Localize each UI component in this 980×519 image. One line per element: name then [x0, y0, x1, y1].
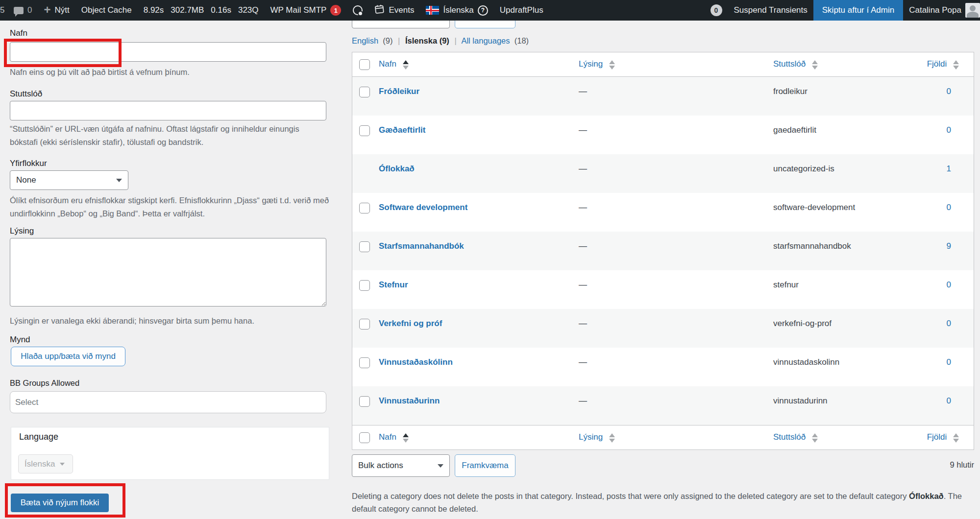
category-count-link[interactable]: 0 [947, 280, 951, 289]
parent-help: Ólíkt efnisorðum eru efnisflokkar stigsk… [10, 194, 329, 220]
apply-button-bottom[interactable]: Framkvæma [455, 454, 515, 477]
category-name-link[interactable]: Vinnustaðaskólinn [379, 357, 453, 367]
language-switcher-item[interactable]: Íslenska ? [420, 0, 493, 21]
category-count-link[interactable]: 0 [947, 125, 951, 135]
wp-mail-smtp-label: WP Mail SMTP [270, 5, 327, 15]
name-help: Nafn eins og þú vilt að það birtist á ve… [10, 66, 326, 79]
category-description: — [579, 396, 773, 406]
category-name-link[interactable]: Óflokkað [379, 164, 415, 173]
row-checkbox[interactable] [359, 203, 370, 213]
category-slug: vinnustadurinn [773, 396, 920, 406]
bb-groups-select-input[interactable] [10, 391, 326, 413]
switch-back-to-admin-item[interactable]: Skiptu aftur í Admin [813, 0, 903, 21]
category-name-link[interactable]: Starfsmannahandbók [379, 241, 464, 251]
category-description: — [579, 319, 773, 329]
bulk-actions-label: Bulk actions [358, 461, 403, 471]
add-new-category-button[interactable]: Bæta við nýjum flokki [11, 494, 109, 512]
category-name-link[interactable]: Vinnustaðurinn [379, 396, 440, 405]
category-description: — [579, 203, 773, 212]
sort-by-slug-link[interactable]: Stuttslóð [773, 432, 806, 442]
category-name-link[interactable]: Stefnur [379, 280, 408, 289]
transients-item[interactable]: 0 [705, 0, 728, 21]
sort-by-count-link[interactable]: Fjöldi [927, 432, 947, 442]
category-count-link[interactable]: 0 [947, 203, 951, 212]
category-name-link[interactable]: Gæðaeftirlit [379, 125, 425, 135]
select-all-checkbox[interactable] [359, 59, 370, 70]
language-selected-value: Íslenska [24, 459, 55, 469]
row-checkbox[interactable] [359, 280, 370, 291]
table-footer-row: Nafn Lýsing Stuttslóð Fjöldi [352, 425, 974, 449]
select-all-checkbox[interactable] [359, 432, 370, 443]
table-row: Starfsmannahandbók — starfsmannahandbok … [352, 232, 974, 270]
row-checkbox[interactable] [359, 87, 370, 97]
table-row: Verkefni og próf — verkefni-og-prof 0 [352, 309, 974, 348]
category-count-link[interactable]: 0 [947, 87, 951, 96]
name-input[interactable] [10, 42, 326, 62]
new-label: Nýtt [54, 5, 69, 15]
sort-by-description-link[interactable]: Lýsing [579, 59, 603, 69]
plus-icon: + [44, 4, 50, 16]
row-checkbox[interactable] [359, 125, 370, 136]
suspend-transients-item[interactable]: Suspend Transients [728, 0, 813, 21]
chevron-down-icon [438, 464, 443, 468]
category-slug: stefnur [773, 280, 920, 290]
sort-asc-icon [609, 60, 615, 64]
category-count-link[interactable]: 1 [947, 164, 951, 173]
sort-by-name-link[interactable]: Nafn [379, 59, 396, 69]
category-name-link[interactable]: Software development [379, 203, 467, 212]
row-checkbox[interactable] [359, 319, 370, 330]
description-textarea[interactable] [10, 238, 326, 307]
parent-selected-value: None [16, 175, 36, 185]
iceland-flag-icon [426, 6, 439, 15]
note-text: Deleting a category does not delete the … [352, 492, 909, 500]
updraftplus-item[interactable]: UpdraftPlus [494, 0, 549, 21]
notification-badge: 1 [330, 5, 341, 16]
image-label: Mynd [10, 335, 30, 345]
sort-by-count-link[interactable]: Fjöldi [927, 59, 947, 69]
category-description: — [579, 241, 773, 251]
filter-all-languages-link[interactable]: All languages [461, 36, 510, 45]
category-description: — [579, 280, 773, 290]
comments-item[interactable]: 0 [8, 0, 38, 21]
description-help: Lýsingin er vanalega ekki áberandi; hins… [10, 314, 326, 328]
category-count-link[interactable]: 9 [947, 241, 951, 251]
sort-asc-icon [403, 60, 409, 64]
bulk-actions-select-bottom[interactable]: Bulk actions [352, 454, 450, 477]
query-monitor-stats[interactable]: 8.92s 302.7MB 0.16s 323Q [138, 0, 265, 21]
delete-category-note: Deleting a category does not delete the … [352, 490, 972, 515]
filter-english-link[interactable]: English [352, 36, 378, 45]
category-count-link[interactable]: 0 [947, 396, 951, 405]
sort-by-name-link[interactable]: Nafn [379, 432, 396, 442]
upload-image-button[interactable]: Hlaða upp/bæta við mynd [11, 347, 125, 366]
sort-by-slug-link[interactable]: Stuttslóð [773, 59, 806, 69]
admin-bar: 5 0 + Nýtt Object Cache 8.92s 302.7MB 0.… [0, 0, 980, 21]
apply-label: Framkvæma [462, 461, 508, 471]
category-name-link[interactable]: Fróðleikur [379, 87, 419, 96]
sort-desc-icon [609, 439, 615, 443]
sort-desc-icon [953, 439, 959, 443]
sort-by-description-link[interactable]: Lýsing [579, 432, 603, 442]
note-default-category: Óflokkað [909, 492, 944, 500]
slug-input[interactable] [10, 101, 326, 120]
category-slug: frodleikur [773, 87, 920, 96]
category-name-link[interactable]: Verkefni og próf [379, 319, 442, 328]
comments-count: 0 [27, 5, 32, 15]
query-monitor-item[interactable] [347, 0, 368, 21]
filter-all-count-value: (18) [514, 36, 529, 45]
row-checkbox[interactable] [359, 357, 370, 368]
query-monitor-icon [353, 5, 363, 15]
current-user-item[interactable]: Catalina Popa [903, 0, 980, 21]
filter-separator: | [451, 36, 459, 45]
wp-mail-smtp-item[interactable]: WP Mail SMTP 1 [265, 0, 347, 21]
object-cache-item[interactable]: Object Cache [75, 0, 138, 21]
category-count-link[interactable]: 0 [947, 357, 951, 367]
description-label: Lýsing [10, 226, 34, 236]
row-checkbox[interactable] [359, 396, 370, 407]
events-item[interactable]: Events [368, 0, 420, 21]
parent-category-select[interactable]: None [10, 170, 128, 190]
filter-islenska-current[interactable]: Íslenska (9) [405, 36, 449, 45]
new-content-item[interactable]: + Nýtt [38, 0, 75, 21]
category-count-link[interactable]: 0 [947, 319, 951, 328]
row-checkbox[interactable] [359, 241, 370, 252]
sort-desc-icon [812, 439, 818, 443]
